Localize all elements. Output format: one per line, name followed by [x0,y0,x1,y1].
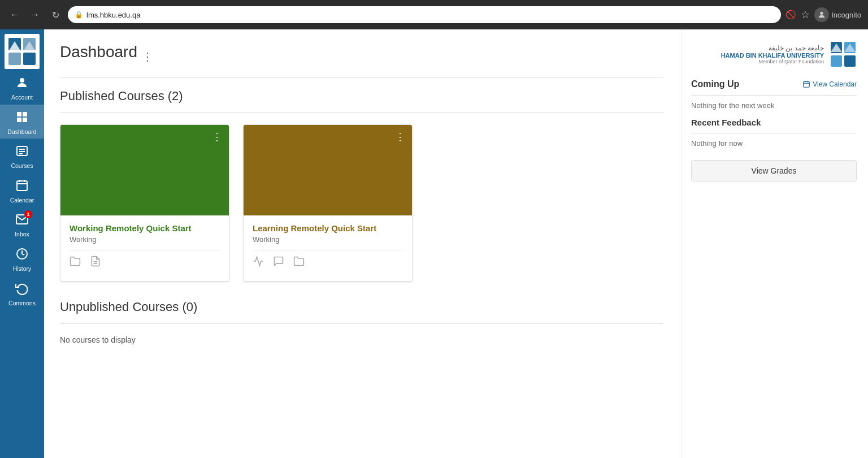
back-button[interactable]: ← [7,7,23,23]
inbox-badge-wrapper: 1 [15,213,29,228]
university-logo-icon [830,41,857,68]
course-card-1-name[interactable]: Working Remotely Quick Start [70,223,220,233]
lock-icon: 🔒 [75,11,83,19]
course-card-1-menu[interactable]: ⋮ [212,132,222,142]
sidebar-item-inbox-label: Inbox [15,231,29,238]
svg-rect-16 [17,181,27,191]
sidebar: Account Dashboard Courses Calendar [0,29,44,458]
courses-icon [15,144,29,160]
coming-up-empty: Nothing for the next week [691,101,857,110]
course-card-2-files-icon[interactable] [293,256,305,270]
course-card-2-announcements-icon[interactable] [253,256,264,270]
view-grades-button[interactable]: View Grades [691,160,857,182]
course-card-2[interactable]: ⋮ Learning Remotely Quick Start Working [243,124,413,282]
svg-rect-10 [17,118,21,122]
dashboard-icon [15,110,29,126]
browser-action-icons: 🚫 ☆ [785,8,810,21]
title-divider [60,77,663,77]
url-text: lms.hbku.edu.qa [86,11,140,19]
university-name-arabic: جامعة حمد بن خليفة [721,44,824,52]
no-camera-icon: 🚫 [785,10,796,20]
sidebar-item-account-label: Account [11,94,33,101]
university-text: جامعة حمد بن خليفة HAMAD BIN KHALIFA UNI… [721,44,824,64]
coming-up-divider [691,95,857,96]
recent-feedback-empty: Nothing for now [691,139,857,148]
svg-rect-4 [23,53,36,65]
account-icon [15,76,29,92]
unpublished-divider [60,323,663,324]
courses-grid: ⋮ Working Remotely Quick Start Working [60,124,663,282]
sidebar-item-courses[interactable]: Courses [0,139,44,173]
sidebar-item-dashboard[interactable]: Dashboard [0,105,44,139]
app-container: Account Dashboard Courses Calendar [0,29,868,458]
sidebar-item-calendar[interactable]: Calendar [0,173,44,208]
course-card-1[interactable]: ⋮ Working Remotely Quick Start Working [60,124,229,282]
recent-feedback-title: Recent Feedback [691,118,857,127]
inbox-badge: 1 [24,210,32,218]
course-card-1-status: Working [70,235,220,244]
university-subtitle: Member of Qatar Foundation [721,59,824,64]
main-content: Dashboard ⋮ Published Courses (2) ⋮ Work… [44,29,682,458]
commons-icon [15,282,29,297]
course-card-1-actions [70,250,220,276]
course-card-2-name[interactable]: Learning Remotely Quick Start [253,223,403,233]
sidebar-item-calendar-label: Calendar [10,197,34,204]
refresh-button[interactable]: ↻ [47,7,63,23]
incognito-button[interactable]: Incognito [814,7,861,22]
right-panel: جامعة حمد بن خليفة HAMAD BIN KHALIFA UNI… [682,29,868,458]
svg-rect-29 [804,81,810,87]
svg-rect-11 [23,118,27,122]
page-title: Dashboard [60,43,137,61]
published-divider [60,113,663,113]
course-card-1-assignments-icon[interactable] [90,256,101,270]
course-card-1-body: Working Remotely Quick Start Working [60,215,229,281]
no-courses-text: No courses to display [60,335,663,344]
svg-rect-8 [17,112,21,116]
calendar-icon [15,179,29,195]
course-card-2-menu[interactable]: ⋮ [395,132,405,142]
course-card-2-header: ⋮ [244,125,412,215]
coming-up-title: Coming Up [691,79,739,89]
course-card-2-body: Learning Remotely Quick Start Working [244,215,412,281]
incognito-label: Incognito [831,11,861,19]
course-card-2-discussions-icon[interactable] [273,256,284,270]
coming-up-header: Coming Up View Calendar [691,79,857,89]
address-bar[interactable]: 🔒 lms.hbku.edu.qa [68,6,781,23]
university-name-english: HAMAD BIN KHALIFA UNIVERSITY [721,52,824,59]
view-calendar-button[interactable]: View Calendar [802,80,857,88]
sidebar-item-history[interactable]: History [0,241,44,276]
sidebar-item-history-label: History [13,265,32,273]
svg-rect-25 [831,55,842,67]
course-card-1-header: ⋮ [60,125,229,215]
svg-point-7 [20,78,24,83]
svg-rect-3 [8,53,21,65]
feedback-divider [691,133,857,133]
view-calendar-label: View Calendar [813,80,857,88]
svg-rect-26 [844,55,856,67]
university-logo: جامعة حمد بن خليفة HAMAD BIN KHALIFA UNI… [691,41,857,68]
sidebar-item-dashboard-label: Dashboard [7,128,36,136]
course-card-2-status: Working [253,235,403,244]
sidebar-item-account[interactable]: Account [0,70,44,105]
course-card-2-actions [253,250,403,276]
sidebar-item-courses-label: Courses [11,162,33,170]
page-menu-button[interactable]: ⋮ [142,50,153,63]
course-card-1-files-icon[interactable] [70,256,81,270]
incognito-avatar [814,7,829,22]
forward-button[interactable]: → [27,7,43,23]
unpublished-section-title: Unpublished Courses (0) [60,300,663,314]
sidebar-item-inbox[interactable]: 1 Inbox [0,207,44,241]
browser-chrome: ← → ↻ 🔒 lms.hbku.edu.qa 🚫 ☆ Incognito [0,0,868,29]
published-section-title: Published Courses (2) [60,89,663,103]
sidebar-item-commons-label: Commons [8,300,36,307]
star-icon[interactable]: ☆ [801,8,810,21]
history-icon [15,247,29,263]
svg-point-0 [821,12,823,15]
svg-rect-9 [23,112,27,116]
sidebar-item-commons[interactable]: Commons [0,276,44,310]
sidebar-logo [5,34,40,69]
